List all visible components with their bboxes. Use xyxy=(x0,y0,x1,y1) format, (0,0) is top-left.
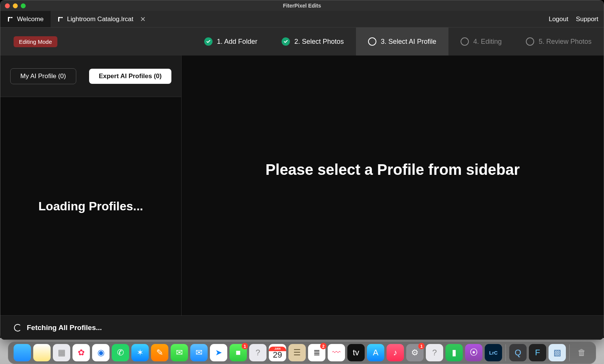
tab-welcome[interactable]: Welcome xyxy=(0,11,51,27)
select-profile-prompt: Please select a Profile from sidebar xyxy=(182,161,604,178)
chrome-icon[interactable]: ◉ xyxy=(92,344,109,361)
dock-separator xyxy=(505,344,506,361)
reminders-icon[interactable]: ≣2 xyxy=(308,344,325,361)
titlebar: FiterPixel Edits xyxy=(0,0,604,11)
step-label: 1. Add Folder xyxy=(217,38,257,46)
freeform-icon[interactable]: 〰 xyxy=(328,344,345,361)
whatsapp-icon[interactable]: ✆ xyxy=(112,344,129,361)
facetime-icon[interactable]: ■1 xyxy=(230,344,247,361)
step-label: 4. Editing xyxy=(473,38,502,46)
quicktime-icon[interactable]: Q xyxy=(509,344,527,361)
window-title: FiterPixel Edits xyxy=(0,3,604,9)
dock-separator xyxy=(569,344,570,361)
my-ai-profile-tab[interactable]: My AI Profile (0) xyxy=(10,68,76,84)
step-label: 2. Select Photos xyxy=(294,38,344,46)
profiles-sidebar: My AI Profile (0) Expert AI Profiles (0)… xyxy=(0,56,182,315)
fetching-text: Fetching All Profiles... xyxy=(27,324,102,332)
editing-mode-badge: Editing Mode xyxy=(14,36,57,47)
notification-badge: 1 xyxy=(242,343,248,349)
zoom-window-button[interactable] xyxy=(21,3,26,8)
finder-icon[interactable] xyxy=(14,344,31,361)
help2-icon[interactable]: ? xyxy=(426,344,443,361)
tv-icon[interactable]: tv xyxy=(347,344,365,361)
minimize-window-button[interactable] xyxy=(13,3,18,8)
profile-tabs: My AI Profile (0) Expert AI Profiles (0) xyxy=(0,56,181,97)
main-panel: Please select a Profile from sidebar xyxy=(182,56,604,315)
safari-icon[interactable]: ✶ xyxy=(131,344,149,361)
photos-icon[interactable]: ✿ xyxy=(72,344,90,361)
step-2[interactable]: 2. Select Photos xyxy=(270,28,356,56)
mail-icon[interactable]: ✉ xyxy=(190,344,208,361)
sidebar-content: Loading Profiles... xyxy=(0,97,181,315)
calendar-icon[interactable]: JAN29 xyxy=(269,344,286,361)
workflow-stepper: Editing Mode 1. Add Folder2. Select Phot… xyxy=(0,28,604,56)
circle-icon xyxy=(526,37,534,46)
appstore-icon[interactable]: A xyxy=(367,344,384,361)
notes-icon[interactable] xyxy=(33,344,51,361)
help-icon[interactable]: ? xyxy=(249,344,267,361)
step-label: 5. Review Photos xyxy=(539,38,592,46)
expert-ai-profiles-tab[interactable]: Expert AI Profiles (0) xyxy=(89,69,172,84)
trash-icon[interactable]: 🗑 xyxy=(573,344,590,361)
step-5: 5. Review Photos xyxy=(514,28,604,56)
music-icon[interactable]: ♪ xyxy=(387,344,404,361)
circle-icon xyxy=(461,37,469,46)
header-links: Logout Support xyxy=(549,11,604,27)
app-window: FiterPixel Edits Welcome Lightroom Catal… xyxy=(0,0,604,340)
traffic-lights xyxy=(5,3,26,8)
spinner-icon xyxy=(14,324,22,332)
settings-icon[interactable]: ⚙1 xyxy=(406,344,424,361)
logout-link[interactable]: Logout xyxy=(549,15,568,23)
lightroom-icon[interactable]: LrC xyxy=(485,344,502,361)
messages-icon[interactable]: ✉ xyxy=(171,344,188,361)
tab-catalog[interactable]: Lightroom Catalog.lrcat ✕ xyxy=(51,11,153,27)
document-tabbar: Welcome Lightroom Catalog.lrcat ✕ Logout… xyxy=(0,11,604,28)
notification-badge: 2 xyxy=(320,343,327,349)
podcasts-icon[interactable]: ⦿ xyxy=(465,344,482,361)
step-3[interactable]: 3. Select AI Profile xyxy=(356,28,448,56)
fetching-status: Fetching All Profiles... xyxy=(0,315,604,339)
app-body: My AI Profile (0) Expert AI Profiles (0)… xyxy=(0,56,604,315)
check-icon xyxy=(282,37,290,46)
macos-dock: ▦✿◉✆✶✎✉✉➤■1?JAN29☰≣2〰tvA♪⚙1?▮⦿LrCQF▧🗑 xyxy=(8,341,596,364)
check-icon xyxy=(204,37,213,46)
fiterpixel-icon[interactable]: F xyxy=(529,344,546,361)
app-logo-icon xyxy=(57,16,63,22)
tab-label: Welcome xyxy=(17,15,44,23)
calendar-day: 29 xyxy=(273,351,282,359)
contacts-icon[interactable]: ☰ xyxy=(288,344,306,361)
close-window-button[interactable] xyxy=(5,3,10,8)
step-4: 4. Editing xyxy=(448,28,514,56)
step-1[interactable]: 1. Add Folder xyxy=(192,28,270,56)
notification-badge: 1 xyxy=(418,343,425,349)
step-label: 3. Select AI Profile xyxy=(381,38,436,46)
numbers-icon[interactable]: ▮ xyxy=(445,344,463,361)
loading-profiles-text: Loading Profiles... xyxy=(39,199,143,213)
preview-icon[interactable]: ▧ xyxy=(549,344,566,361)
close-tab-button[interactable]: ✕ xyxy=(140,15,146,23)
support-link[interactable]: Support xyxy=(576,15,598,23)
macos-dock-wrap: ▦✿◉✆✶✎✉✉➤■1?JAN29☰≣2〰tvA♪⚙1?▮⦿LrCQF▧🗑 xyxy=(0,341,604,364)
tab-label: Lightroom Catalog.lrcat xyxy=(67,15,134,23)
maps-icon[interactable]: ➤ xyxy=(210,344,227,361)
circle-icon xyxy=(368,37,376,46)
pages-icon[interactable]: ✎ xyxy=(151,344,168,361)
launchpad-icon[interactable]: ▦ xyxy=(53,344,70,361)
app-logo-icon xyxy=(7,16,13,22)
